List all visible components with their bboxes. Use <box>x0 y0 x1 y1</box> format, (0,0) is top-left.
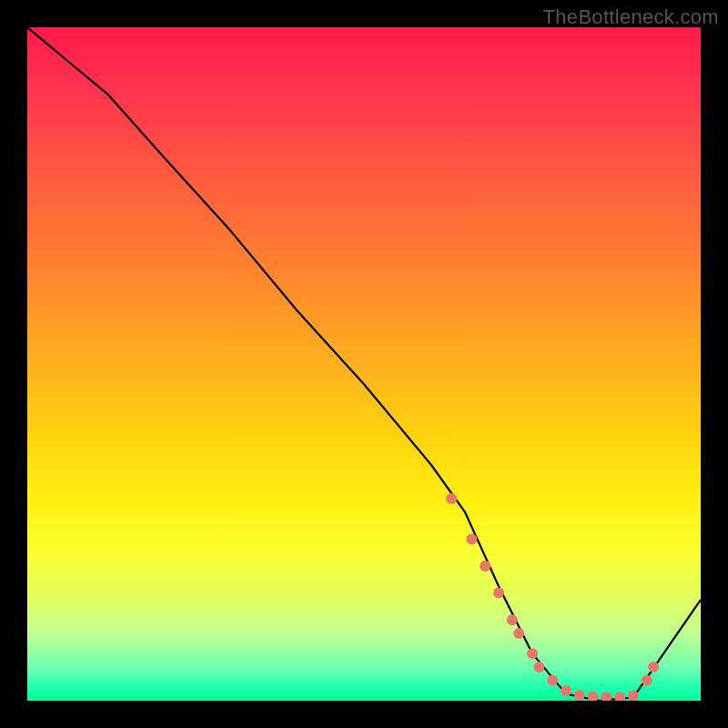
marker-dot <box>642 675 652 686</box>
watermark-text: TheBottleneck.com <box>543 5 719 29</box>
marker-dot <box>533 662 544 672</box>
marker-dot <box>493 588 504 599</box>
marker-dot <box>527 648 538 659</box>
marker-dot <box>513 628 524 639</box>
marker-dot <box>561 685 571 696</box>
marker-dot <box>614 692 625 701</box>
marker-dot <box>648 662 659 672</box>
marker-dot <box>466 533 477 544</box>
marker-dot <box>601 692 612 701</box>
marker-dot <box>507 614 518 625</box>
marker-dot <box>480 561 490 571</box>
chart-svg <box>27 27 701 701</box>
marker-dot <box>446 493 457 504</box>
marker-dot <box>547 675 558 686</box>
marker-dot <box>574 690 585 701</box>
curve-line <box>27 27 701 701</box>
marker-dot <box>588 692 599 701</box>
plot-area <box>27 27 701 701</box>
curve-markers <box>446 493 659 701</box>
